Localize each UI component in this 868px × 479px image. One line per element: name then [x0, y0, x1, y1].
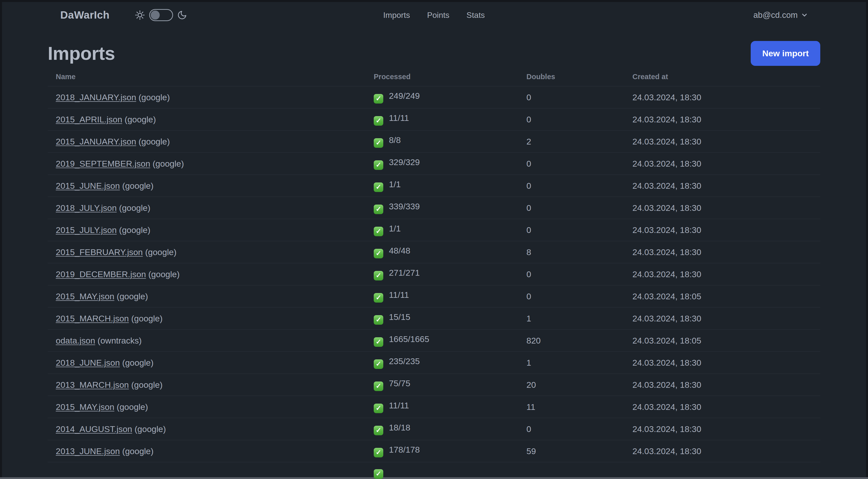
import-file-link[interactable]: 2015_MARCH.json	[56, 313, 129, 323]
import-source-label: (google)	[122, 358, 154, 367]
import-file-link[interactable]: 2015_JUNE.json	[56, 181, 120, 190]
import-file-link[interactable]: 2018_JANUARY.json	[56, 92, 136, 102]
processed-count: 1/1	[389, 179, 401, 189]
nav-link-stats[interactable]: Stats	[466, 10, 485, 20]
import-file-link[interactable]: 2013_MARCH.json	[56, 380, 129, 390]
created-at: 24.03.2024, 18:30	[632, 175, 820, 197]
import-source-label: (google)	[119, 203, 150, 213]
success-check-icon: ✓	[374, 382, 383, 391]
import-file-link[interactable]: 2015_FEBRUARY.json	[56, 247, 143, 257]
created-at: 24.03.2024, 18:30	[632, 130, 820, 153]
table-row: 2015_JULY.json (google) ✓ 1/1 0 24.03.20…	[48, 219, 820, 241]
import-file-link[interactable]: odata.json	[56, 336, 95, 345]
import-file-link[interactable]: 2015_APRIL.json	[56, 115, 122, 124]
doubles-count: 0	[526, 263, 632, 285]
table-row: 2015_JANUARY.json (google) ✓ 8/8 2 24.03…	[48, 130, 820, 153]
doubles-count: 20	[526, 374, 632, 396]
import-file-link[interactable]: 2018_JUNE.json	[56, 358, 120, 367]
table-row: 2019_SEPTEMBER.json (google) ✓ 329/329 0…	[48, 153, 820, 175]
table-row: 2015_MARCH.json (google) ✓ 15/15 1 24.03…	[48, 307, 820, 329]
success-check-icon: ✓	[374, 205, 383, 214]
created-at: 24.03.2024, 18:30	[632, 86, 820, 108]
app-logo[interactable]: DaWarIch	[60, 9, 110, 21]
import-source-label: (google)	[138, 137, 170, 146]
table-row: 2018_JUNE.json (google) ✓ 235/235 1 24.0…	[48, 352, 820, 374]
processed-count: 1/1	[389, 224, 401, 233]
processed-count: 1665/1665	[389, 334, 429, 344]
import-file-link[interactable]: 2018_JULY.json	[56, 203, 117, 213]
import-file-link[interactable]: 2013_JUNE.json	[56, 446, 120, 456]
processed-count: 8/8	[389, 135, 401, 145]
column-header-doubles: Doubles	[526, 67, 632, 86]
table-row: 2013_MARCH.json (google) ✓ 75/75 20 24.0…	[48, 374, 820, 396]
created-at: 24.03.2024, 18:30	[632, 307, 820, 329]
import-source-label: (google)	[131, 380, 162, 390]
sun-icon	[135, 10, 145, 20]
import-source-label: (owntracks)	[97, 336, 142, 345]
nav-links: Imports Points Stats	[383, 10, 485, 20]
processed-count: 339/339	[389, 202, 420, 211]
success-check-icon: ✓	[374, 271, 383, 280]
doubles-count: 0	[526, 219, 632, 241]
created-at: 24.03.2024, 18:30	[632, 374, 820, 396]
created-at	[632, 462, 820, 479]
table-row: 2015_APRIL.json (google) ✓ 11/11 0 24.03…	[48, 108, 820, 130]
doubles-count: 1	[526, 307, 632, 329]
imports-table: NameProcessedDoublesCreated at 2018_JANU…	[48, 67, 820, 479]
import-file-link[interactable]: 2015_MAY.json	[56, 292, 114, 301]
processed-count: 329/329	[389, 157, 420, 167]
import-file-link[interactable]: 2015_MAY.json	[56, 402, 114, 412]
bottom-scrollbar[interactable]	[0, 477, 868, 479]
theme-toggle	[135, 9, 187, 21]
app-window: DaWarIch Imports Points Stats ab@cd.com	[2, 2, 866, 479]
table-row: odata.json (owntracks) ✓ 1665/1665 820 2…	[48, 329, 820, 352]
table-row: 2015_JUNE.json (google) ✓ 1/1 0 24.03.20…	[48, 175, 820, 197]
import-source-label: (google)	[119, 225, 150, 235]
theme-toggle-switch[interactable]	[149, 9, 173, 21]
navbar: DaWarIch Imports Points Stats ab@cd.com	[2, 2, 866, 28]
user-menu[interactable]: ab@cd.com	[753, 10, 808, 20]
import-file-link[interactable]: 2019_SEPTEMBER.json	[56, 159, 150, 169]
processed-count: 75/75	[389, 379, 410, 388]
import-source-label: (google)	[145, 247, 177, 257]
column-header-processed: Processed	[374, 67, 526, 86]
processed-count: 11/11	[389, 290, 409, 300]
page-head: Imports New import	[48, 39, 820, 67]
success-check-icon: ✓	[374, 227, 383, 236]
created-at: 24.03.2024, 18:30	[632, 219, 820, 241]
doubles-count: 1	[526, 352, 632, 374]
doubles-count: 0	[526, 108, 632, 130]
import-source-label: (google)	[138, 92, 170, 102]
import-file-link[interactable]: 2015_JANUARY.json	[56, 137, 136, 146]
doubles-count: 8	[526, 241, 632, 263]
created-at: 24.03.2024, 18:30	[632, 396, 820, 418]
table-header: NameProcessedDoublesCreated at	[48, 67, 820, 86]
toggle-knob[interactable]	[151, 10, 160, 20]
nav-link-points[interactable]: Points	[427, 10, 449, 20]
table-row: 2015_FEBRUARY.json (google) ✓ 48/48 8 24…	[48, 241, 820, 263]
doubles-count: 0	[526, 86, 632, 108]
column-header-created-at: Created at	[632, 67, 820, 86]
import-source-label: (google)	[122, 446, 154, 456]
doubles-count: 2	[526, 130, 632, 153]
created-at: 24.03.2024, 18:30	[632, 418, 820, 440]
processed-count: 11/11	[389, 113, 409, 123]
doubles-count: 0	[526, 197, 632, 219]
doubles-count	[526, 462, 632, 479]
import-file-link[interactable]: 2014_AUGUST.json	[56, 424, 132, 434]
table-row: 2018_JULY.json (google) ✓ 339/339 0 24.0…	[48, 197, 820, 219]
import-file-link[interactable]: 2019_DECEMBER.json	[56, 269, 146, 279]
import-file-link[interactable]: 2015_JULY.json	[56, 225, 117, 235]
import-source-label: (google)	[149, 269, 180, 279]
new-import-button[interactable]: New import	[751, 41, 820, 66]
user-email: ab@cd.com	[753, 10, 798, 20]
success-check-icon: ✓	[374, 182, 383, 192]
created-at: 24.03.2024, 18:05	[632, 285, 820, 307]
import-source-label: (google)	[125, 115, 156, 124]
success-check-icon: ✓	[374, 448, 383, 457]
success-check-icon: ✓	[374, 293, 383, 303]
doubles-count: 0	[526, 175, 632, 197]
success-check-icon: ✓	[374, 160, 383, 170]
chevron-down-icon	[801, 11, 808, 19]
nav-link-imports[interactable]: Imports	[383, 10, 410, 20]
